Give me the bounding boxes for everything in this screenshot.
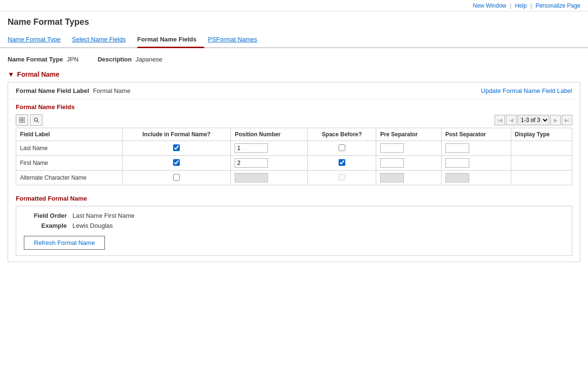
example-label: Example — [24, 222, 67, 229]
formal-name-fields-table: Field Label Include in Formal Name? Posi… — [16, 128, 572, 185]
post-sep-cell — [441, 156, 511, 171]
formatted-formal-name-box: Field Order Last Name First Name Example… — [16, 206, 572, 256]
formatted-formal-name-section: Formatted Formal Name Field Order Last N… — [16, 195, 572, 256]
include-checkbox-3[interactable] — [173, 174, 180, 181]
position-input-3 — [235, 173, 268, 182]
col-position: Position Number — [231, 128, 308, 141]
field-order-value: Last Name First Name — [72, 212, 134, 219]
field-order-label: Field Order — [24, 212, 67, 219]
search-button[interactable] — [30, 114, 42, 126]
main-content: Name Format Type JPN Description Japanes… — [0, 48, 588, 270]
field-label-cell: Alternate Character Name — [16, 171, 123, 185]
section-toggle-icon[interactable]: ▼ — [8, 71, 14, 78]
personalize-link[interactable]: Personalize Page — [536, 2, 580, 9]
page-title-area: Name Format Types — [0, 11, 588, 29]
name-format-type-value: JPN — [67, 56, 79, 63]
formal-name-field-label-text: Formal Name Field Label — [16, 87, 89, 94]
example-value: Lewis Douglas — [72, 222, 113, 229]
description-label: Description — [98, 56, 132, 63]
pagination-controls: |◀ ◀ 1-3 of 3 ▶ ▶| — [495, 115, 572, 125]
space-before-cell — [308, 156, 376, 171]
pre-sep-input-3 — [380, 173, 404, 182]
col-display-type: Display Type — [511, 128, 572, 141]
fields-table-wrapper: Field Label Include in Formal Name? Posi… — [8, 128, 580, 189]
display-type-cell — [511, 141, 572, 156]
field-label-cell: Last Name — [16, 141, 123, 156]
include-cell — [122, 141, 231, 156]
space-before-checkbox-3 — [339, 174, 345, 181]
include-checkbox-2[interactable] — [173, 159, 180, 166]
svg-line-5 — [37, 121, 39, 122]
svg-rect-2 — [20, 121, 21, 122]
grid-icon — [19, 117, 25, 123]
grid-view-button[interactable] — [16, 114, 28, 126]
display-type-cell — [511, 171, 572, 185]
space-before-checkbox-1[interactable] — [339, 144, 345, 151]
svg-point-4 — [34, 118, 38, 122]
post-sep-input-3 — [445, 173, 469, 182]
include-checkbox-1[interactable] — [173, 144, 180, 151]
first-page-button[interactable]: |◀ — [495, 115, 505, 125]
formal-name-fields-title: Formal Name Fields — [8, 100, 580, 112]
space-before-cell — [308, 171, 376, 185]
pre-sep-cell — [376, 141, 441, 156]
last-page-button[interactable]: ▶| — [562, 115, 572, 125]
post-sep-input-1[interactable] — [445, 143, 469, 153]
position-cell — [231, 171, 308, 185]
top-bar: New Window | Help | Personalize Page — [0, 0, 588, 11]
pre-sep-input-2[interactable] — [380, 158, 404, 168]
meta-row: Name Format Type JPN Description Japanes… — [8, 56, 580, 63]
formal-name-section-header: ▼ Formal Name — [8, 71, 580, 78]
tab-psformat-names[interactable]: PSFormat Names — [208, 32, 265, 48]
tab-name-format-type[interactable]: Name Format Type — [8, 32, 68, 48]
position-input-2[interactable] — [235, 158, 268, 168]
svg-rect-1 — [22, 118, 24, 120]
tab-bar: Name Format Type Select Name Fields Form… — [0, 31, 588, 48]
include-cell — [122, 156, 231, 171]
col-include: Include in Formal Name? — [122, 128, 231, 141]
col-space-before: Space Before? — [308, 128, 376, 141]
help-link[interactable]: Help — [515, 2, 527, 9]
table-row: First Name — [16, 156, 572, 171]
include-cell — [122, 171, 231, 185]
description-value: Japanese — [135, 56, 162, 63]
name-format-type-meta: Name Format Type JPN — [8, 56, 79, 63]
field-label-row: Formal Name Field Label Formal Name Upda… — [8, 82, 580, 100]
col-field-label: Field Label — [16, 128, 123, 141]
position-input-1[interactable] — [235, 143, 268, 153]
post-sep-cell — [441, 171, 511, 185]
table-controls-left — [16, 114, 42, 126]
new-window-link[interactable]: New Window — [473, 2, 506, 9]
refresh-formal-name-button[interactable]: Refresh Formal Name — [24, 236, 105, 250]
name-format-type-label: Name Format Type — [8, 56, 63, 63]
update-formal-name-link[interactable]: Update Formal Name Field Label — [481, 87, 572, 94]
pre-sep-cell — [376, 156, 441, 171]
description-meta: Description Japanese — [98, 56, 163, 63]
display-type-cell — [511, 156, 572, 171]
formal-name-outer-box: Formal Name Field Label Formal Name Upda… — [8, 82, 580, 262]
search-icon — [33, 117, 39, 123]
position-cell — [231, 156, 308, 171]
page-title: Name Format Types — [8, 17, 580, 27]
prev-page-button[interactable]: ◀ — [506, 115, 516, 125]
tab-select-name-fields[interactable]: Select Name Fields — [72, 32, 134, 48]
table-controls: |◀ ◀ 1-3 of 3 ▶ ▶| — [8, 112, 580, 128]
tab-format-name-fields[interactable]: Format Name Fields — [137, 32, 204, 48]
post-sep-input-2[interactable] — [445, 158, 469, 168]
space-before-checkbox-2[interactable] — [339, 159, 345, 166]
position-cell — [231, 141, 308, 156]
page-select[interactable]: 1-3 of 3 — [517, 115, 549, 125]
svg-rect-0 — [20, 118, 21, 120]
space-before-cell — [308, 141, 376, 156]
table-row: Last Name — [16, 141, 572, 156]
svg-rect-3 — [22, 121, 24, 122]
field-order-row: Field Order Last Name First Name — [24, 212, 564, 219]
next-page-button[interactable]: ▶ — [550, 115, 561, 125]
field-label-cell: First Name — [16, 156, 123, 171]
formal-name-field-label-value: Formal Name — [93, 87, 131, 94]
pre-sep-cell — [376, 171, 441, 185]
pre-sep-input-1[interactable] — [380, 143, 404, 153]
formal-name-section-title: Formal Name — [17, 71, 60, 78]
formatted-formal-name-title: Formatted Formal Name — [16, 195, 572, 202]
post-sep-cell — [441, 141, 511, 156]
